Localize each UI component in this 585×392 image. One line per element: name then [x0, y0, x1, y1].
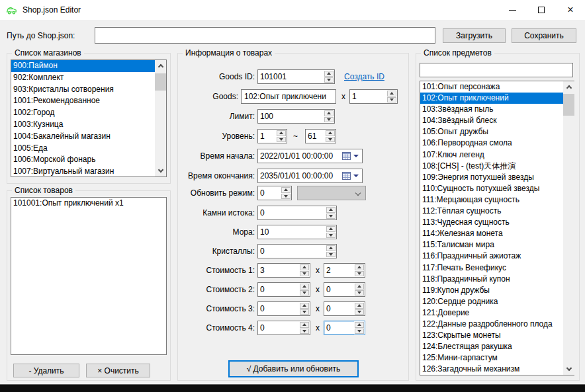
list-item[interactable]: 114:Железная монета: [420, 228, 574, 239]
level-max-value[interactable]: 61: [306, 130, 325, 143]
list-item[interactable]: 124:Блестящая ракушка: [420, 341, 574, 352]
scroll-track[interactable]: [563, 93, 574, 364]
list-item[interactable]: 108:[CHS] - (test)天体推演: [420, 161, 574, 172]
spin-down-button[interactable]: [355, 271, 364, 277]
spin-up-button[interactable]: [326, 226, 336, 232]
spin-down-button[interactable]: [300, 271, 309, 277]
add-or-update-button[interactable]: √ Добавить или обновить: [228, 360, 359, 377]
spin-down-button[interactable]: [324, 77, 334, 83]
spin-down-button[interactable]: [300, 329, 309, 334]
primogems-spinner[interactable]: 0: [257, 206, 337, 220]
list-item[interactable]: 103:Звёздная пыль: [420, 104, 574, 115]
spin-up-button[interactable]: [355, 284, 364, 290]
list-item[interactable]: 107:Ключ легенд: [420, 149, 574, 161]
list-item[interactable]: 118:Праздничный купон: [420, 274, 574, 285]
spin-up-button[interactable]: [300, 284, 309, 290]
begin-time-value[interactable]: 2022/01/01 00:00:00: [260, 151, 339, 161]
items-scrollbar[interactable]: [563, 81, 574, 375]
cost1-count-spinner[interactable]: 2: [324, 263, 365, 278]
scroll-up-button[interactable]: [563, 81, 574, 93]
clear-button[interactable]: × Очистить: [86, 364, 150, 377]
close-button[interactable]: ×: [556, 0, 585, 20]
cost2-count-spinner[interactable]: 0: [324, 282, 365, 297]
cost2-value[interactable]: 0: [258, 283, 299, 296]
list-item[interactable]: 117:Печать Венефикус: [420, 262, 574, 274]
list-item[interactable]: 113:Чудесная сущность: [420, 217, 574, 228]
begin-time-picker[interactable]: 2022/01/01 00:00:00: [257, 149, 363, 163]
scroll-track[interactable]: [155, 71, 166, 165]
spin-down-button[interactable]: [326, 252, 336, 258]
maximize-button[interactable]: [527, 0, 556, 20]
list-item[interactable]: 112:Тёплая сущность: [420, 206, 574, 217]
list-item[interactable]: 116:Праздничный ажиотаж: [420, 251, 574, 262]
primogems-value[interactable]: 0: [258, 206, 326, 219]
list-item[interactable]: 110:Сущность потухшей звезды: [420, 183, 574, 194]
spin-down-button[interactable]: [300, 309, 309, 315]
shops-scrollbar[interactable]: [155, 60, 166, 176]
spin-down-button[interactable]: [324, 117, 334, 123]
level-min-spinner[interactable]: 1: [257, 129, 287, 143]
list-item[interactable]: 125:Мини-гарпастум: [420, 352, 574, 364]
cost4-id-spinner[interactable]: 0: [257, 321, 310, 335]
cost3-id-spinner[interactable]: 0: [257, 301, 310, 316]
spin-up-button[interactable]: [300, 322, 309, 328]
spin-up-button[interactable]: [355, 322, 364, 328]
list-item[interactable]: 1006:Морской фонарь: [11, 154, 166, 166]
dropdown-arrow-icon[interactable]: [353, 175, 359, 177]
list-item[interactable]: 109:Энергия потухшей звезды: [420, 172, 574, 183]
items-listbox[interactable]: 101:Опыт персонажа102:Опыт приключений10…: [420, 81, 574, 375]
cost1-value[interactable]: 3: [258, 264, 299, 277]
cost4-count-spinner[interactable]: 0: [324, 321, 365, 335]
list-item[interactable]: 120:Сердце родника: [420, 296, 574, 307]
goods-id-value[interactable]: 101001: [258, 70, 324, 83]
cost3-count-spinner[interactable]: 0: [324, 301, 365, 316]
list-item[interactable]: 102:Опыт приключений: [420, 93, 574, 104]
limit-spinner[interactable]: 100: [257, 109, 335, 124]
list-item[interactable]: 1007:Виртуальный магазин: [11, 166, 166, 177]
list-item[interactable]: 1004:Бакалейный магазин: [11, 131, 166, 143]
spin-up-button[interactable]: [300, 303, 309, 309]
list-item[interactable]: 105:Опыт дружбы: [420, 126, 574, 137]
cost2-id-spinner[interactable]: 0: [257, 282, 310, 297]
level-max-spinner[interactable]: 61: [305, 129, 336, 143]
scroll-thumb[interactable]: [155, 73, 166, 91]
spin-up-button[interactable]: [300, 264, 309, 270]
spin-up-button[interactable]: [326, 130, 335, 136]
spin-up-button[interactable]: [355, 303, 364, 309]
list-item[interactable]: 122:Данные раздробленного плода: [420, 319, 574, 330]
mora-value[interactable]: 10: [258, 225, 326, 239]
spin-down-button[interactable]: [355, 290, 364, 296]
goods-count-spinner[interactable]: 1: [349, 89, 398, 104]
spin-up-button[interactable]: [326, 207, 336, 213]
end-time-picker[interactable]: 2035/01/01 00:00:00: [257, 169, 363, 183]
list-item[interactable]: 104:Звёздный блеск: [420, 115, 574, 126]
delete-button[interactable]: - Удалить: [13, 364, 79, 377]
path-input[interactable]: [95, 27, 435, 44]
list-item[interactable]: 900:Паймон: [11, 60, 166, 72]
spin-down-button[interactable]: [326, 137, 335, 143]
save-button[interactable]: Сохранить: [512, 28, 576, 43]
goods-listbox[interactable]: 101001:Опыт приключений x1: [11, 197, 167, 355]
list-item[interactable]: 902:Комплект: [11, 72, 166, 84]
list-item[interactable]: 1001:Рекомендованное: [11, 95, 166, 107]
spin-down-button[interactable]: [326, 233, 336, 239]
cost3-value[interactable]: 0: [258, 302, 299, 315]
list-item[interactable]: 1003:Кузница: [11, 119, 166, 131]
refresh-mode-combobox[interactable]: [297, 186, 366, 200]
cost1-id-spinner[interactable]: 3: [257, 263, 310, 278]
list-item[interactable]: 115:Талисман мира: [420, 239, 574, 251]
level-min-value[interactable]: 1: [258, 130, 276, 143]
spin-up-button[interactable]: [326, 245, 336, 251]
spin-down-button[interactable]: [355, 329, 364, 334]
limit-value[interactable]: 100: [258, 110, 324, 123]
scroll-up-button[interactable]: [155, 60, 166, 71]
list-item[interactable]: 101:Опыт персонажа: [420, 81, 574, 93]
spin-down-button[interactable]: [281, 194, 291, 200]
spin-up-button[interactable]: [355, 264, 364, 270]
load-button[interactable]: Загрузить: [443, 28, 506, 43]
goods-count-value[interactable]: 1: [350, 90, 386, 103]
spin-up-button[interactable]: [277, 130, 286, 136]
goods-input[interactable]: [241, 89, 336, 104]
refresh-mode-value[interactable]: 0: [258, 186, 281, 200]
mora-spinner[interactable]: 10: [257, 225, 337, 239]
